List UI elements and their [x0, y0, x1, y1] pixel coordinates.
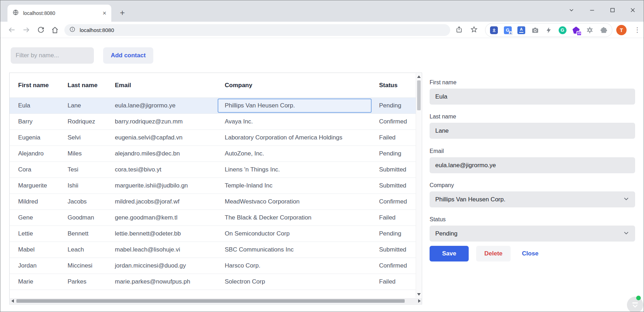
cell-company[interactable]: MeadWestvaco Corporation [225, 194, 379, 210]
table-row[interactable]: BarryRodriquezbarry.rodriquez@zun.mmAvay… [10, 114, 416, 130]
back-icon[interactable] [7, 26, 16, 34]
cell-last[interactable]: Miccinesi [68, 258, 115, 274]
cell-last[interactable]: Rodriquez [68, 114, 115, 129]
table-row[interactable]: EugeniaSelvieugenia.selvi@capfad.vnLabor… [10, 130, 416, 146]
cell-first[interactable]: Marie [18, 274, 68, 290]
delete-button[interactable]: Delete [476, 246, 511, 261]
horizontal-scrollbar-thumb[interactable] [16, 299, 405, 303]
gear-extension-icon[interactable] [586, 26, 594, 35]
filter-input[interactable] [11, 47, 94, 64]
download-extension-icon[interactable] [490, 26, 498, 35]
last-name-field[interactable] [430, 123, 635, 139]
table-row[interactable]: MildredJacobsmildred.jacobs@joraf.wfMead… [10, 194, 416, 210]
cell-email[interactable]: eugenia.selvi@capfad.vn [115, 130, 225, 146]
window-chevron-icon[interactable] [566, 5, 577, 15]
cell-first[interactable]: Alejandro [18, 146, 68, 162]
reload-icon[interactable] [37, 26, 45, 34]
cell-email[interactable]: lettie.bennett@odeter.bb [115, 226, 225, 242]
close-button[interactable]: Close [518, 246, 543, 261]
vertical-scrollbar-thumb[interactable] [417, 80, 421, 110]
new-tab-button[interactable]: + [117, 7, 128, 18]
cell-company[interactable]: Phillips Van Heusen Corp. [225, 98, 379, 113]
table-row[interactable]: MargueriteIshiimarguerite.ishii@judbilo.… [10, 178, 416, 194]
devtools-widget[interactable] [627, 297, 643, 312]
cell-status[interactable]: Submitted [379, 178, 416, 194]
table-row[interactable]: LettieBennettlettie.bennett@odeter.bbOn … [10, 226, 416, 242]
lightning-extension-icon[interactable] [544, 26, 553, 35]
email-field[interactable] [430, 157, 635, 173]
add-contact-button[interactable]: Add contact [103, 47, 153, 64]
cell-email[interactable]: jordan.miccinesi@duod.gy [115, 258, 225, 274]
cell-email[interactable]: eula.lane@jigrormo.ye [115, 98, 225, 113]
share-icon[interactable] [455, 25, 463, 34]
cell-first[interactable]: Mabel [18, 242, 68, 258]
cell-status[interactable]: Pending [379, 98, 416, 113]
cell-email[interactable]: gene.goodman@kem.tl [115, 210, 225, 226]
bookmark-star-icon[interactable] [470, 25, 478, 34]
cell-first[interactable]: Lettie [18, 226, 68, 242]
cell-status[interactable]: Failed [379, 210, 416, 226]
cell-last[interactable]: Miles [68, 146, 115, 162]
cell-status[interactable]: Confirmed [379, 258, 416, 274]
scroll-left-arrow-icon[interactable] [11, 299, 14, 303]
cell-status[interactable]: Submitted [379, 162, 416, 178]
cell-status[interactable]: Confirmed [379, 114, 416, 129]
puzzle-extensions-icon[interactable] [599, 26, 608, 35]
browser-menu-icon[interactable]: ⋮ [633, 25, 642, 35]
cell-first[interactable]: Eula [18, 98, 68, 113]
scroll-right-arrow-icon[interactable] [418, 299, 421, 303]
cell-last[interactable]: Selvi [68, 130, 115, 146]
profile-avatar[interactable]: T [616, 25, 627, 35]
cell-company[interactable]: Laboratory Corporation of America Holdin… [225, 130, 379, 146]
site-info-icon[interactable] [69, 26, 75, 34]
cell-first[interactable]: Gene [18, 210, 68, 226]
browser-tab[interactable]: localhost:8080 × [7, 5, 111, 22]
table-row[interactable]: MarieParkesmarie.parkes@nowufpus.phSolec… [10, 274, 416, 290]
cell-first[interactable]: Jordan [18, 258, 68, 274]
cell-email[interactable]: marie.parkes@nowufpus.ph [115, 274, 225, 290]
cell-first[interactable]: Marguerite [18, 178, 68, 194]
letter-a-extension-icon[interactable]: A [517, 26, 526, 35]
window-maximize-icon[interactable] [607, 5, 618, 15]
cell-company[interactable]: Avaya Inc. [225, 114, 379, 129]
forward-icon[interactable] [22, 26, 31, 34]
cell-email[interactable]: marguerite.ishii@judbilo.gn [115, 178, 225, 194]
cell-last[interactable]: Bennett [68, 226, 115, 242]
purple-extension-icon[interactable]: 15 [572, 26, 580, 35]
first-name-field[interactable] [430, 89, 635, 105]
cell-last[interactable]: Tesi [68, 162, 115, 178]
translate-extension-icon[interactable]: G A [504, 26, 512, 35]
cell-last[interactable]: Goodman [68, 210, 115, 226]
window-close-icon[interactable] [627, 5, 638, 15]
cell-company[interactable]: Temple-Inland Inc [225, 178, 379, 194]
cell-first[interactable]: Eugenia [18, 130, 68, 146]
cell-status[interactable]: Failed [379, 130, 416, 146]
cell-company[interactable]: Solectron Corp [225, 274, 379, 290]
scroll-up-arrow-icon[interactable] [417, 75, 421, 78]
status-select[interactable]: Pending [430, 226, 635, 242]
table-row[interactable]: JordanMiccinesijordan.miccinesi@duod.gyH… [10, 258, 416, 274]
table-row[interactable]: MabelLeachmabel.leach@lisohuje.viSBC Com… [10, 242, 416, 258]
cell-last[interactable]: Jacobs [68, 194, 115, 210]
cell-last[interactable]: Parkes [68, 274, 115, 290]
cell-company[interactable]: Linens 'n Things Inc. [225, 162, 379, 178]
company-select[interactable]: Phillips Van Heusen Corp. [430, 191, 635, 207]
cell-company[interactable]: Harsco Corp. [225, 258, 379, 274]
cell-status[interactable]: Failed [379, 274, 416, 290]
scroll-down-arrow-icon[interactable] [417, 293, 421, 296]
save-button[interactable]: Save [430, 246, 469, 261]
cell-first[interactable]: Mildred [18, 194, 68, 210]
cell-first[interactable]: Cora [18, 162, 68, 178]
table-row[interactable]: GeneGoodmangene.goodman@kem.tlThe Black … [10, 210, 416, 226]
cell-company[interactable]: SBC Communications Inc [225, 242, 379, 258]
cell-status[interactable]: Confirmed [379, 194, 416, 210]
cell-email[interactable]: cora.tesi@bivo.yt [115, 162, 225, 178]
cell-status[interactable]: Pending [379, 226, 416, 242]
window-minimize-icon[interactable] [587, 5, 597, 15]
camera-extension-icon[interactable] [531, 26, 539, 35]
cell-company[interactable]: The Black & Decker Corporation [225, 210, 379, 226]
cell-email[interactable]: mabel.leach@lisohuje.vi [115, 242, 225, 258]
cell-last[interactable]: Ishii [68, 178, 115, 194]
grammarly-extension-icon[interactable]: G [558, 26, 567, 35]
cell-email[interactable]: barry.rodriquez@zun.mm [115, 114, 225, 129]
